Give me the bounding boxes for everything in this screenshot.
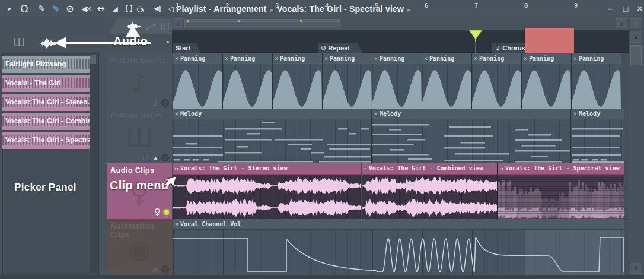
clip-audio-combined[interactable]: ↦Vocals: The Girl - Combined view — [362, 163, 498, 219]
track-lane-pattern-events: ×Panning ×Panning ×Panning ×Panning ×Pan… — [172, 53, 629, 109]
bar-number: 9 — [574, 2, 578, 9]
slide-tool-icon[interactable]: ↔ — [95, 2, 107, 16]
nav-end-button[interactable]: ❙ — [630, 18, 642, 28]
grip-icon[interactable]: ⋯ — [110, 154, 117, 162]
picker-item-audio[interactable]: Vocals: The Girl - Spectra.. — [2, 132, 90, 149]
tab-patterns-icon[interactable]: Ш — [160, 22, 170, 33]
picker-item-pattern[interactable]: Fairlight Piztwang — [2, 56, 90, 73]
window-bottom-edge — [0, 275, 644, 279]
picker-scrollbar[interactable] — [90, 55, 97, 273]
zoom-tool-icon[interactable]: ○ — [136, 4, 143, 13]
picker-scrollbar-thumb[interactable] — [90, 55, 96, 64]
maximize-button[interactable]: □ — [619, 2, 632, 15]
track-header-pattern-notes[interactable]: Ш Pattern Notes ⋯ Ш ▲ — [107, 109, 172, 164]
scroll-up-button[interactable]: ▲ — [630, 31, 642, 43]
snap-magnet-icon[interactable]: Ω — [18, 2, 31, 16]
annotation-picker-panel: Picker Panel — [14, 182, 76, 194]
header-dot — [167, 41, 169, 43]
automation-light-region — [525, 230, 624, 275]
close-button[interactable]: × — [633, 2, 644, 15]
nav-marker-start — [186, 20, 190, 23]
bar-number: 2 — [225, 2, 229, 9]
picker-item-audio[interactable]: Vocals: The Girl - Stereo.. — [2, 94, 90, 111]
track-header-pattern-events[interactable]: ♪ Pattern Events ⋯ ♪ — [107, 53, 172, 109]
picker-filter-patterns-icon[interactable]: Ш — [13, 36, 25, 49]
marker-repeat[interactable]: ↺Repeat — [318, 43, 363, 53]
tab-audio-icon[interactable] — [127, 21, 141, 31]
track-name: Pattern Events — [110, 56, 166, 65]
record-arm-dot[interactable] — [164, 210, 169, 215]
picker-item-audio[interactable]: Vocals: The Girl - Combin.. — [2, 113, 90, 130]
track-name: Pattern Notes — [110, 111, 162, 120]
playlist-speaker-icon: ◁ — [166, 2, 176, 16]
clip-panning[interactable]: ×Panning — [323, 53, 372, 109]
grip-icon[interactable]: ⋯ — [110, 265, 117, 274]
select-tool-icon[interactable]: [ ] — [122, 2, 135, 16]
bar-number: 6 — [425, 2, 428, 9]
fl-studio-playlist-window: ▸ Ω ✎ ✐ ⊘ ◀× ↔ ◢ [ ] ○ ◀‖ ◁ Playlist - A… — [0, 0, 644, 279]
track-lane-automation: ×Vocal Channel Vol — [172, 219, 629, 275]
track-header-automation-clips[interactable]: ◉ Automation Clips ⋯ ◉ — [107, 219, 172, 275]
grip-icon[interactable]: ⋯ — [110, 210, 117, 218]
clip-panning[interactable]: ×Panning — [572, 53, 621, 109]
detached-menu-icon[interactable]: ▸ — [6, 2, 14, 16]
delete-tool-icon[interactable]: ⊘ — [64, 2, 76, 16]
vertical-scrollbar-thumb[interactable] — [630, 45, 642, 65]
note-watermark-icon: ♪ — [132, 69, 148, 98]
draw-tool-icon[interactable]: ✎ — [36, 2, 47, 16]
grip-icon[interactable]: ⋯ — [110, 99, 117, 107]
mute-tool-icon[interactable]: ◀× — [78, 2, 94, 16]
collapse-icon[interactable]: ▲ — [153, 155, 158, 161]
vertical-scrollbar[interactable] — [629, 30, 644, 275]
track-name: Automation Clips — [110, 221, 172, 239]
window-title: Playlist - Arrangement▸Vocals: The Girl … — [176, 0, 415, 18]
playhead-marker[interactable] — [468, 30, 483, 43]
nav-right-button[interactable]: › — [616, 18, 627, 28]
spectrogram-texture — [498, 175, 624, 219]
bar-number: 1 — [176, 2, 179, 9]
nav-left-button[interactable]: ‹ — [173, 18, 183, 28]
navigator-strip[interactable] — [184, 19, 340, 28]
track-name: Audio Clips — [110, 166, 154, 175]
clip-melody[interactable]: ×Melody — [572, 109, 624, 163]
slip-tool-icon[interactable]: ◢ — [109, 2, 121, 16]
titlebar: ▸ Ω ✎ ✐ ⊘ ◀× ↔ ◢ [ ] ○ ◀‖ ◁ Playlist - A… — [0, 0, 644, 18]
pot-icon[interactable]: ◉ — [152, 266, 158, 273]
annotation-clip-menu: Clip menu — [110, 179, 168, 192]
tab-automation-icon[interactable] — [146, 23, 157, 31]
clip-audio-stereo[interactable]: ↦Vocals: The Girl - Stereo view — [173, 163, 361, 219]
clip-audio-spectral[interactable]: ↦Vocals: The Girl - Spectral view — [498, 163, 624, 219]
clip-panning[interactable]: ×Panning — [223, 53, 273, 109]
picker-item-audio[interactable]: Vocals - The Girl — [2, 75, 90, 92]
track-lane-pattern-notes: ×Melody ×Melody ×Melody — [172, 109, 629, 164]
minimize-button[interactable]: – — [604, 2, 617, 15]
female-icon[interactable]: ♀ — [154, 207, 161, 217]
clip-panning[interactable]: ×Panning — [173, 53, 223, 109]
scroll-down-button[interactable]: ▼ — [630, 262, 642, 274]
clip-panning[interactable]: ×Panning — [472, 53, 522, 109]
timeline-selection[interactable] — [525, 28, 574, 53]
piano-watermark-icon: Ш — [126, 123, 153, 153]
piano-icon[interactable]: Ш — [142, 154, 150, 161]
clip-panning[interactable]: ×Panning — [372, 53, 422, 109]
clip-panning[interactable]: ×Panning — [273, 53, 323, 109]
mute-ring-icon[interactable] — [161, 99, 169, 107]
bar-number: 3 — [275, 2, 279, 9]
bar-number: 5 — [375, 2, 378, 9]
mute-ring-icon[interactable] — [161, 154, 169, 161]
breadcrumb-playlist: Playlist - Arrangement — [176, 4, 266, 14]
mute-ring-icon[interactable] — [161, 265, 169, 273]
clip-melody[interactable]: ×Melody — [173, 109, 372, 163]
breadcrumb-separator: ▸ — [404, 6, 415, 13]
playback-tool-icon[interactable]: ◀‖ — [149, 2, 165, 16]
note-icon[interactable]: ♪ — [154, 100, 158, 107]
nav-marker-repeat — [237, 20, 241, 23]
annotation-audio: Audio — [113, 34, 148, 48]
paint-tool-icon[interactable]: ✐ — [50, 2, 62, 16]
clip-panning[interactable]: ×Panning — [522, 53, 572, 109]
bar-number: 7 — [474, 2, 478, 9]
picker-filter-audio-icon[interactable] — [39, 37, 58, 49]
clip-melody[interactable]: ×Melody — [372, 109, 571, 163]
clip-panning[interactable]: ×Panning — [422, 53, 472, 109]
clip-automation[interactable]: ×Vocal Channel Vol — [173, 219, 624, 275]
